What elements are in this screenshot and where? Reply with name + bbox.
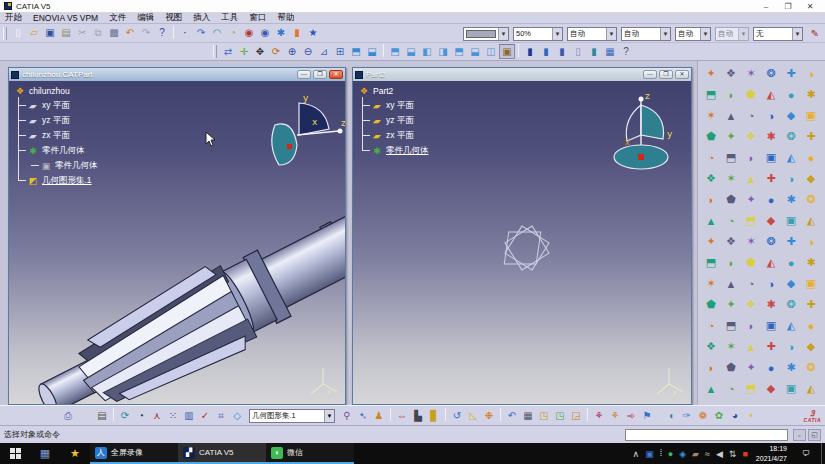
sidebar-tool-icon[interactable]: ▣ [761, 147, 781, 168]
fly-mode-icon[interactable]: ⇄ [220, 44, 236, 59]
sidebar-tool-icon[interactable]: ✚ [761, 168, 781, 189]
combo-arrow-icon[interactable]: ▼ [700, 28, 710, 40]
sidebar-tool-icon[interactable]: ✦ [701, 231, 721, 252]
status-dock-button-1[interactable]: ▫ [793, 429, 806, 441]
sidebar-tool-icon[interactable]: ◭ [761, 84, 781, 105]
sidebar-tool-icon[interactable]: ⬒ [741, 378, 761, 399]
menu-item-ENOVIA V5 VPM[interactable]: ENOVIA V5 VPM [33, 13, 98, 23]
sidebar-tool-icon[interactable]: ● [761, 189, 781, 210]
favorites-star-icon[interactable]: ★ [60, 443, 90, 464]
sidebar-tool-icon[interactable]: ▲ [741, 168, 761, 189]
normal-view-icon[interactable]: ⊿ [316, 44, 332, 59]
sidebar-tool-icon[interactable]: ⬟ [721, 357, 741, 378]
sidebar-tool-icon[interactable]: ◔ [721, 210, 741, 231]
constraints-icon[interactable]: ⁙ [165, 408, 181, 423]
sidebar-tool-icon[interactable]: ❖ [741, 294, 761, 315]
sidebar-tool-icon[interactable]: ● [801, 315, 821, 336]
pan-icon[interactable]: ✥ [252, 44, 268, 59]
sidebar-tool-icon[interactable]: ❂ [801, 357, 821, 378]
render-wireframe-icon[interactable]: ▦ [602, 44, 618, 59]
sidebar-tool-icon[interactable]: ✶ [741, 231, 761, 252]
knowledge-actor-icon[interactable]: ★ [305, 26, 321, 41]
sidebar-tool-icon[interactable]: ◑ [761, 105, 781, 126]
toolbar-grip[interactable] [213, 45, 217, 58]
sidebar-tool-icon[interactable]: ● [781, 84, 801, 105]
cat-tool-3-icon[interactable]: ❁ [695, 408, 711, 423]
taskbar-button-微信[interactable]: ◖微信 [266, 443, 354, 464]
menu-item-工具[interactable]: 工具 [221, 12, 238, 24]
sphere-blue-icon[interactable]: ◉ [257, 26, 273, 41]
sidebar-tool-icon[interactable]: ● [781, 252, 801, 273]
tray-sync-icon[interactable]: ⇅ [729, 449, 737, 459]
sidebar-tool-icon[interactable]: ◆ [801, 336, 821, 357]
update-icon[interactable]: ⟳ [117, 408, 133, 423]
tree-node-plane[interactable]: ▰xy 平面 [12, 98, 98, 113]
tray-mic-icon[interactable]: ⦙ [660, 448, 662, 459]
maximize-button[interactable]: ❐ [777, 1, 799, 12]
sidebar-tool-icon[interactable]: ✚ [761, 336, 781, 357]
viewport-right[interactable]: ❖Part2▰xy 平面▰yz 平面▰zx 平面✱零件几何体 z y [353, 81, 691, 404]
combo-arrow-icon[interactable]: ▼ [498, 28, 508, 40]
measure-item-icon[interactable]: ◇ [229, 408, 245, 423]
multi-view-icon[interactable]: ⊞ [332, 44, 348, 59]
combo-arrow-icon[interactable]: ▼ [738, 28, 748, 40]
zoom-out-icon[interactable]: ⊖ [300, 44, 316, 59]
tree-node-part[interactable]: ❖chilunzhou [12, 83, 98, 98]
start-button[interactable] [0, 443, 30, 464]
sidebar-tool-icon[interactable]: ✦ [701, 63, 721, 84]
view-right-icon[interactable]: ◨ [435, 44, 451, 59]
sidebar-tool-icon[interactable]: ▣ [781, 378, 801, 399]
arc-icon[interactable]: ◠ [209, 26, 225, 41]
menu-item-窗口[interactable]: 窗口 [249, 12, 266, 24]
link-a-icon[interactable]: ⚲ [339, 408, 355, 423]
sidebar-tool-icon[interactable]: ⬟ [741, 252, 761, 273]
sidebar-tool-icon[interactable]: ◔ [701, 315, 721, 336]
undo-icon[interactable]: ↶ [122, 26, 138, 41]
search-taskbar-icon[interactable]: ▦ [30, 443, 60, 464]
named-views-icon[interactable]: ▣ [499, 44, 515, 59]
sidebar-tool-icon[interactable]: ◔ [741, 273, 761, 294]
child-title-bar[interactable]: Part2 — ❐ ✕ [353, 68, 691, 81]
sidebar-tool-icon[interactable]: ❖ [721, 231, 741, 252]
sidebar-tool-icon[interactable]: ❖ [721, 63, 741, 84]
sidebar-tool-icon[interactable]: ❖ [741, 126, 761, 147]
sidebar-tool-icon[interactable]: ▣ [801, 273, 821, 294]
sidebar-tool-icon[interactable]: ▣ [761, 315, 781, 336]
taskbar-button-全屏录像[interactable]: 人全屏录像 [90, 443, 178, 464]
view-back-icon[interactable]: ⬓ [403, 44, 419, 59]
redo-icon[interactable]: ↷ [138, 26, 154, 41]
catalog-b-icon[interactable]: ◳ [552, 408, 568, 423]
sidebar-tool-icon[interactable]: ◗ [701, 357, 721, 378]
view-left-icon[interactable]: ◧ [419, 44, 435, 59]
powercopy-d-icon[interactable]: ⚑ [639, 408, 655, 423]
view-mode-help-icon[interactable]: ? [618, 44, 634, 59]
minimize-button[interactable]: – [755, 1, 777, 12]
whats-this-icon[interactable]: ? [154, 26, 170, 41]
sidebar-tool-icon[interactable]: ▣ [781, 210, 801, 231]
sidebar-tool-icon[interactable]: ✶ [721, 336, 741, 357]
sidebar-tool-icon[interactable]: ⬒ [721, 315, 741, 336]
child-minimize-button[interactable]: — [297, 70, 311, 79]
sidebar-tool-icon[interactable]: ▲ [701, 210, 721, 231]
sidebar-tool-icon[interactable]: ❖ [701, 336, 721, 357]
axis-system-icon[interactable]: ⋏ [149, 408, 165, 423]
open-icon[interactable]: ▱ [26, 26, 42, 41]
undo-graph-icon[interactable]: ↶ [504, 408, 520, 423]
spline-icon[interactable]: ↷ [193, 26, 209, 41]
view-bottom-icon[interactable]: ⬓ [467, 44, 483, 59]
sidebar-tool-icon[interactable]: ◭ [781, 147, 801, 168]
tray-expand-icon[interactable]: ∧ [633, 449, 640, 459]
transparency-combo[interactable]: 50%▼ [513, 27, 563, 41]
combo-arrow-icon[interactable]: ▼ [324, 410, 334, 422]
sidebar-tool-icon[interactable]: ◭ [801, 210, 821, 231]
combo-arrow-icon[interactable]: ▼ [606, 28, 616, 40]
measure-inertia-icon[interactable]: ▙ [410, 408, 426, 423]
tray-network-icon[interactable]: ≈ [705, 449, 710, 459]
sidebar-tool-icon[interactable]: ◔ [701, 147, 721, 168]
sidebar-tool-icon[interactable]: ✶ [741, 63, 761, 84]
sidebar-tool-icon[interactable]: ❂ [801, 189, 821, 210]
sidebar-tool-icon[interactable]: ◔ [741, 105, 761, 126]
design-table-icon[interactable]: ▥ [181, 408, 197, 423]
sidebar-tool-icon[interactable]: ✱ [761, 126, 781, 147]
select-point-icon[interactable]: · [177, 26, 193, 41]
